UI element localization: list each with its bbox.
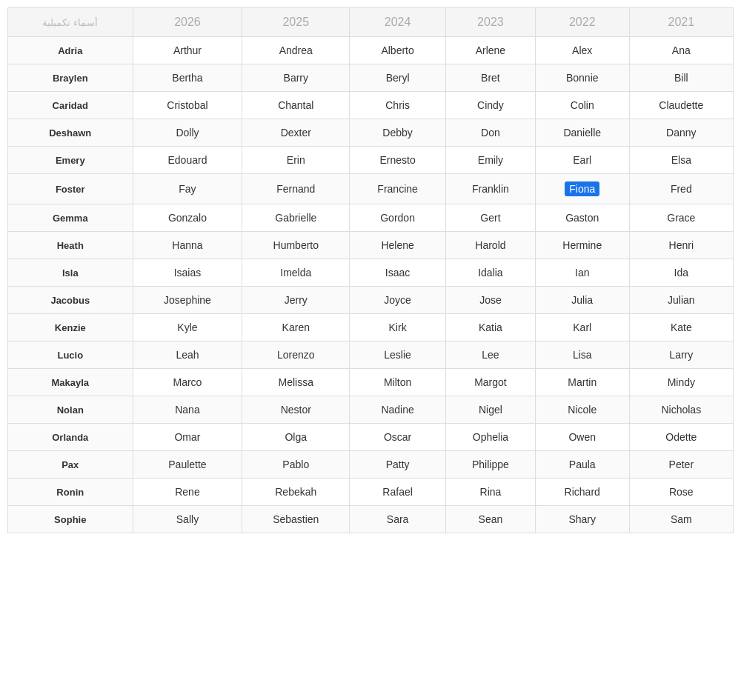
row-cell: Jerry [242, 287, 350, 314]
row-cell: Cindy [445, 92, 535, 119]
row-cell: Hermine [535, 232, 629, 259]
table-row: BraylenBerthaBarryBerylBretBonnieBill [8, 64, 734, 92]
row-cell: Ian [535, 259, 629, 287]
row-cell: Lisa [535, 341, 629, 369]
header-col3: 2024 [350, 8, 446, 37]
row-cell: Oscar [350, 424, 446, 451]
row-cell: Claudette [629, 92, 733, 119]
row-cell: Kate [629, 314, 733, 341]
row-cell: Rebekah [242, 479, 350, 506]
row-key: Emery [8, 147, 133, 174]
row-cell: Idalia [445, 259, 535, 287]
row-cell: Franklin [445, 174, 535, 204]
row-cell: Karen [242, 314, 350, 341]
row-key: Kenzie [8, 314, 133, 341]
header-col1: 2026 [133, 8, 242, 37]
row-cell: Rina [445, 479, 535, 506]
table-row: OrlandaOmarOlgaOscarOpheliaOwenOdette [8, 424, 734, 451]
row-cell: Rafael [350, 479, 446, 506]
row-cell: Karl [535, 314, 629, 341]
row-cell: Ernesto [350, 147, 446, 174]
row-cell: Josephine [133, 287, 242, 314]
row-cell: Margot [445, 369, 535, 396]
row-cell: Rose [629, 479, 733, 506]
row-cell: Harold [445, 232, 535, 259]
row-cell: Fiona [535, 174, 629, 204]
header-col6: 2021 [629, 8, 733, 37]
row-cell: Earl [535, 147, 629, 174]
row-cell: Joyce [350, 287, 446, 314]
table-row: FosterFayFernandFrancineFranklinFionaFre… [8, 174, 734, 204]
row-cell: Emily [445, 147, 535, 174]
row-cell: Cristobal [133, 92, 242, 119]
names-table: أسماء تكميلية 2026 2025 2024 2023 2022 2… [7, 7, 734, 533]
row-key: Pax [8, 451, 133, 479]
table-row: EmeryEdouardErinErnestoEmilyEarlElsa [8, 147, 734, 174]
row-cell: Mindy [629, 369, 733, 396]
table-row: AdriaArthurAndreaAlbertoArleneAlexAna [8, 37, 734, 64]
row-cell: Odette [629, 424, 733, 451]
row-cell: Alex [535, 37, 629, 64]
row-cell: Erin [242, 147, 350, 174]
row-cell: Patty [350, 451, 446, 479]
table-row: LucioLeahLorenzoLeslieLeeLisaLarry [8, 341, 734, 369]
row-cell: Gabrielle [242, 204, 350, 232]
row-cell: Larry [629, 341, 733, 369]
row-cell: Milton [350, 369, 446, 396]
table-row: IslaIsaiasImeldaIsaacIdaliaIanIda [8, 259, 734, 287]
row-cell: Barry [242, 64, 350, 92]
row-cell: Sara [350, 506, 446, 533]
row-cell: Richard [535, 479, 629, 506]
row-cell: Nigel [445, 396, 535, 424]
row-cell: Bret [445, 64, 535, 92]
row-cell: Julian [629, 287, 733, 314]
row-cell: Francine [350, 174, 446, 204]
row-cell: Alberto [350, 37, 446, 64]
row-cell: Katia [445, 314, 535, 341]
row-cell: Helene [350, 232, 446, 259]
header-col0: أسماء تكميلية [8, 8, 133, 37]
row-key: Jacobus [8, 287, 133, 314]
row-cell: Ana [629, 37, 733, 64]
row-cell: Owen [535, 424, 629, 451]
row-key: Sophie [8, 506, 133, 533]
row-key: Foster [8, 174, 133, 204]
row-cell: Chris [350, 92, 446, 119]
row-cell: Danny [629, 119, 733, 147]
header-col2: 2025 [242, 8, 350, 37]
row-cell: Rene [133, 479, 242, 506]
table-row: KenzieKyleKarenKirkKatiaKarlKate [8, 314, 734, 341]
row-cell: Kyle [133, 314, 242, 341]
row-cell: Sean [445, 506, 535, 533]
row-cell: Kirk [350, 314, 446, 341]
row-cell: Olga [242, 424, 350, 451]
row-cell: Omar [133, 424, 242, 451]
row-cell: Bertha [133, 64, 242, 92]
row-cell: Don [445, 119, 535, 147]
row-cell: Leah [133, 341, 242, 369]
row-cell: Humberto [242, 232, 350, 259]
row-cell: Nadine [350, 396, 446, 424]
header-col5: 2022 [535, 8, 629, 37]
row-cell: Nicholas [629, 396, 733, 424]
row-key: Gemma [8, 204, 133, 232]
row-cell: Bonnie [535, 64, 629, 92]
row-cell: Ida [629, 259, 733, 287]
row-cell: Grace [629, 204, 733, 232]
row-cell: Edouard [133, 147, 242, 174]
row-cell: Colin [535, 92, 629, 119]
row-cell: Sebastien [242, 506, 350, 533]
row-cell: Nana [133, 396, 242, 424]
row-key: Heath [8, 232, 133, 259]
row-cell: Lee [445, 341, 535, 369]
row-cell: Gert [445, 204, 535, 232]
row-cell: Julia [535, 287, 629, 314]
header-row: أسماء تكميلية 2026 2025 2024 2023 2022 2… [8, 8, 734, 37]
row-key: Caridad [8, 92, 133, 119]
row-cell: Elsa [629, 147, 733, 174]
row-cell: Gonzalo [133, 204, 242, 232]
row-cell: Isaac [350, 259, 446, 287]
row-cell: Marco [133, 369, 242, 396]
table-row: DeshawnDollyDexterDebbyDonDanielleDanny [8, 119, 734, 147]
row-cell: Dexter [242, 119, 350, 147]
